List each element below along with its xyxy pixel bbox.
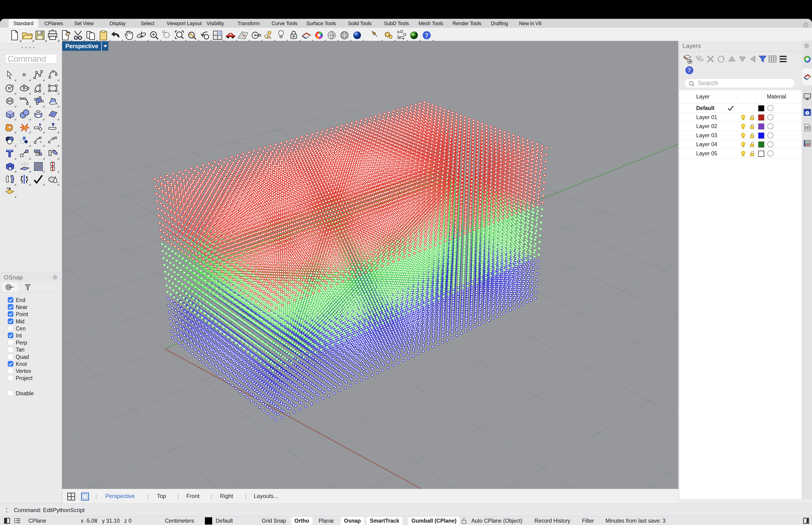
svg-text:?: ?: [425, 31, 428, 39]
svg-text:?: ?: [806, 111, 809, 115]
